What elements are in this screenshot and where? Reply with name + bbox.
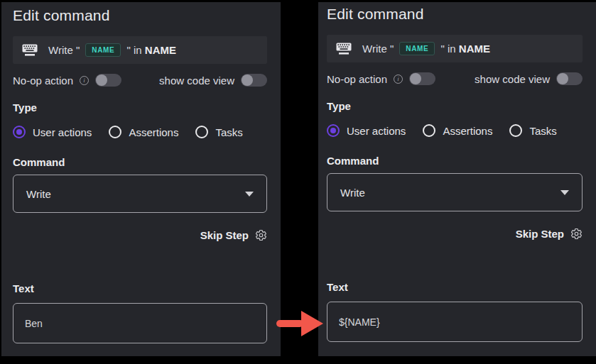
command-preview-bar[interactable]: Write "NAME" in NAME [13, 36, 267, 64]
text-input[interactable] [327, 302, 583, 342]
radio-label: User actions [33, 126, 92, 138]
preview-prefix: Write " [362, 43, 394, 55]
type-label: Type [327, 100, 583, 112]
variable-badge: NAME [399, 42, 435, 55]
radio-assertions[interactable]: Assertions [423, 124, 492, 137]
command-preview-text: Write "NAME" in NAME [48, 43, 176, 57]
info-icon[interactable]: i [80, 76, 89, 85]
show-code-view-label: show code view [475, 73, 550, 85]
skip-step-row: Skip Step [13, 229, 267, 241]
variable-badge: NAME [85, 43, 121, 57]
command-label: Command [327, 155, 583, 167]
radio-icon [327, 124, 340, 137]
noop-action-label: No-op action [327, 73, 387, 85]
command-preview-bar[interactable]: Write "NAME" in NAME [327, 35, 583, 62]
skip-step-label: Skip Step [200, 229, 249, 241]
radio-user-actions[interactable]: User actions [13, 126, 92, 138]
info-icon[interactable]: i [394, 75, 403, 84]
show-code-view-toggle[interactable] [241, 74, 267, 87]
text-input[interactable] [13, 303, 267, 343]
page-title: Edit command [327, 6, 583, 23]
type-radio-group: User actions Assertions Tasks [327, 124, 583, 137]
edit-command-panel-after: Edit command Write "NAME" in NAME N [318, 2, 596, 356]
command-dropdown-value: Write [340, 187, 365, 199]
type-label: Type [13, 101, 267, 114]
radio-label: Assertions [129, 126, 178, 138]
toggle-knob [242, 75, 253, 86]
command-label: Command [13, 156, 267, 168]
radio-icon [109, 126, 121, 138]
toggle-row: No-op action i show code view [327, 72, 583, 85]
skip-step-row: Skip Step [327, 228, 583, 240]
gear-icon[interactable] [570, 228, 583, 240]
text-label: Text [327, 281, 583, 293]
radio-icon [509, 124, 522, 137]
noop-action-label: No-op action [13, 75, 73, 87]
chevron-down-icon [560, 190, 569, 195]
radio-label: Tasks [529, 125, 556, 137]
text-label: Text [13, 282, 267, 294]
noop-action-toggle[interactable] [409, 72, 435, 85]
show-code-view-group: show code view [159, 74, 267, 87]
gear-icon[interactable] [255, 229, 267, 241]
keyboard-icon [22, 44, 38, 56]
command-dropdown-value: Write [26, 188, 51, 200]
preview-middle: " in [440, 43, 455, 55]
radio-icon [195, 126, 208, 138]
toggle-knob [96, 75, 107, 86]
radio-tasks[interactable]: Tasks [195, 126, 242, 138]
command-preview-text: Write "NAME" in NAME [362, 42, 490, 55]
preview-target: NAME [145, 44, 176, 56]
toggle-knob [557, 73, 568, 84]
noop-action-group: No-op action i [13, 74, 121, 87]
preview-middle: " in [126, 44, 141, 56]
show-code-view-label: show code view [159, 75, 234, 87]
toggle-row: No-op action i show code view [13, 74, 267, 87]
radio-label: User actions [347, 125, 406, 137]
skip-step-label: Skip Step [516, 228, 564, 240]
radio-assertions[interactable]: Assertions [109, 126, 178, 138]
preview-prefix: Write " [48, 44, 80, 56]
screenshot-stage: Edit command Write "NAME" in NAME N [0, 0, 596, 364]
show-code-view-group: show code view [475, 72, 583, 85]
keyboard-icon [336, 43, 352, 55]
show-code-view-toggle[interactable] [556, 72, 583, 85]
noop-action-group: No-op action i [327, 72, 435, 85]
page-title: Edit command [13, 7, 267, 24]
radio-label: Assertions [443, 125, 492, 137]
edit-command-panel-before: Edit command Write "NAME" in NAME N [1, 2, 281, 356]
radio-label: Tasks [215, 126, 242, 138]
radio-icon [13, 126, 26, 138]
toggle-knob [410, 73, 421, 84]
radio-tasks[interactable]: Tasks [509, 124, 556, 137]
preview-target: NAME [459, 43, 490, 55]
command-dropdown[interactable]: Write [327, 173, 583, 211]
radio-user-actions[interactable]: User actions [327, 124, 406, 137]
right-arrow-icon [274, 307, 325, 340]
chevron-down-icon [245, 192, 254, 197]
radio-icon [423, 124, 435, 137]
type-radio-group: User actions Assertions Tasks [13, 126, 267, 138]
noop-action-toggle[interactable] [95, 74, 121, 87]
command-dropdown[interactable]: Write [13, 175, 267, 213]
